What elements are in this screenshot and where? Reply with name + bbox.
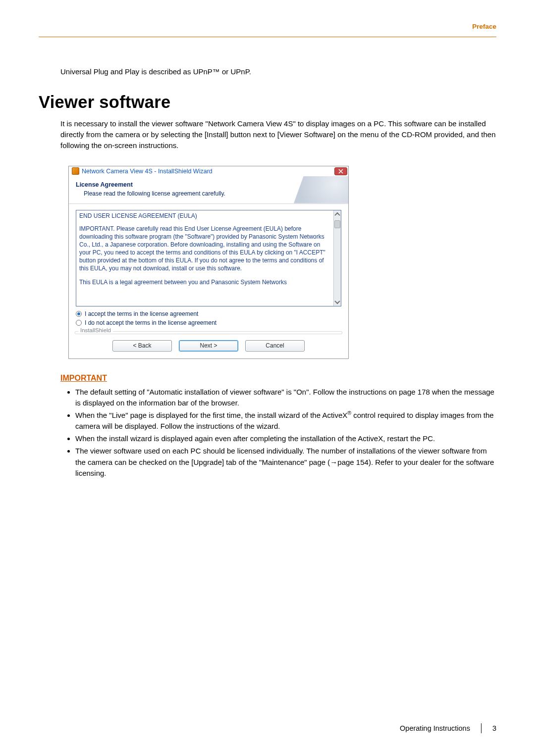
intro-text: Universal Plug and Play is described as … [60, 66, 496, 77]
footer-divider [481, 723, 482, 733]
footer-page-number: 3 [492, 724, 496, 732]
important-label: IMPORTANT [60, 374, 496, 383]
install-wizard-dialog: Network Camera View 4S - InstallShield W… [68, 166, 349, 359]
radio-accept-label: I accept the terms in the license agreem… [85, 310, 198, 317]
page-footer: Operating Instructions 3 [400, 723, 496, 733]
arrow-right-icon: → [330, 458, 337, 466]
radio-reject[interactable] [76, 320, 82, 326]
radio-reject-row[interactable]: I do not accept the terms in the license… [69, 318, 348, 327]
dialog-titlebar: Network Camera View 4S - InstallShield W… [69, 166, 348, 176]
bullet-2: When the "Live" page is displayed for th… [75, 410, 496, 432]
scroll-down-icon[interactable] [334, 298, 340, 303]
footer-label: Operating Instructions [400, 724, 470, 732]
back-button[interactable]: < Back [112, 340, 172, 352]
eula-textbox[interactable]: END USER LICENSE AGREEMENT (EULA) IMPORT… [76, 210, 341, 306]
header-divider [39, 37, 496, 37]
section-heading: Viewer software [39, 93, 496, 112]
close-icon [338, 169, 343, 174]
header-preface: Preface [472, 23, 496, 30]
scroll-thumb[interactable] [334, 220, 340, 228]
registered-symbol: ® [347, 410, 351, 416]
installshield-fieldset: InstallShield [75, 331, 342, 334]
radio-reject-label: I do not accept the terms in the license… [85, 319, 216, 326]
eula-heading: END USER LICENSE AGREEMENT (EULA) [79, 212, 331, 220]
next-button[interactable]: Next > [179, 340, 238, 352]
eula-paragraph-1: IMPORTANT. Please carefully read this En… [79, 225, 331, 272]
bullet-3: When the install wizard is displayed aga… [75, 433, 496, 444]
scroll-up-icon[interactable] [334, 212, 340, 217]
radio-accept-row[interactable]: I accept the terms in the license agreem… [69, 309, 348, 318]
bullet-1: The default setting of "Automatic instal… [75, 387, 496, 408]
dialog-window-title: Network Camera View 4S - InstallShield W… [82, 168, 213, 175]
dialog-header: License Agreement Please read the follow… [69, 176, 348, 204]
important-list: The default setting of "Automatic instal… [75, 387, 496, 479]
bullet-2-a: When the "Live" page is displayed for th… [75, 411, 347, 419]
eula-scrollbar[interactable] [333, 210, 341, 306]
cancel-button[interactable]: Cancel [245, 340, 305, 352]
dialog-header-art [294, 176, 348, 203]
section-lead: It is necessary to install the viewer so… [60, 118, 496, 151]
eula-paragraph-2: This EULA is a legal agreement between y… [79, 278, 331, 286]
bullet-4: The viewer software used on each PC shou… [75, 446, 496, 479]
radio-accept[interactable] [76, 311, 82, 317]
close-button[interactable] [334, 167, 347, 175]
wizard-icon [72, 167, 79, 175]
installshield-legend: InstallShield [78, 327, 113, 333]
